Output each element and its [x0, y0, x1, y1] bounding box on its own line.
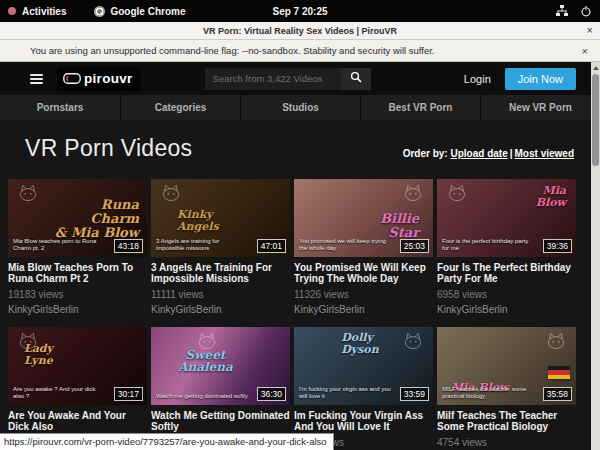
order-link-upload-date[interactable]: Upload date: [450, 148, 507, 159]
video-title[interactable]: Milf Teaches The Teacher Some Practical …: [437, 410, 576, 432]
scrollbar-thumb[interactable]: [592, 74, 599, 166]
clock[interactable]: Sep 7 20:25: [0, 6, 600, 17]
duration-badge: 30:17: [114, 387, 143, 401]
cat-mask-icon: [401, 184, 425, 206]
thumbnail-overlay-name: Dolly Dyson: [341, 332, 378, 356]
thumbnail-overlay-name: Mia Blow: [536, 185, 566, 209]
browser-viewport: pirouvr Login Join Now PornstarsCategori…: [0, 62, 600, 450]
thumbnail-caption: Are you awake ? And your dick also ?: [13, 386, 105, 400]
thumbnail-caption: MILF teaches the teacher some practical …: [442, 386, 534, 400]
duration-badge: 25:03: [400, 239, 429, 253]
video-card[interactable]: Billie Star You promised we will keep tr…: [294, 179, 433, 316]
order-link-most-viewed[interactable]: Most viewed: [515, 148, 574, 159]
video-studio[interactable]: KinkyGirlsBerlin: [8, 304, 147, 316]
vr-goggles-icon: [63, 70, 81, 88]
duration-badge: 47:01: [257, 239, 286, 253]
cat-mask-icon: [401, 332, 425, 354]
video-card[interactable]: Sweet Analena Watch me getting dominated…: [151, 327, 290, 450]
duration-badge: 35:58: [543, 387, 572, 401]
network-icon[interactable]: [556, 5, 568, 17]
scrollbar-up-icon[interactable]: [591, 62, 600, 73]
video-thumbnail[interactable]: Dolly Dyson I'm fucking your virgin ass …: [294, 327, 433, 405]
video-title[interactable]: 3 Angels Are Training For Impossible Mis…: [151, 262, 290, 284]
video-title[interactable]: Four Is The Perfect Birthday Party For M…: [437, 262, 576, 284]
site-logo-text: pirouvr: [84, 71, 133, 86]
status-url-text: https://pirouvr.com/vr-porn-video/779325…: [4, 436, 327, 447]
duration-badge: 39:36: [543, 239, 572, 253]
status-bar-url: https://pirouvr.com/vr-porn-video/779325…: [0, 433, 334, 450]
power-icon[interactable]: [580, 5, 592, 17]
video-card[interactable]: Mia Blow MILF teaches the teacher some p…: [437, 327, 576, 450]
chrome-infobar: You are using an unsupported command-lin…: [0, 40, 600, 62]
nav-item-new-vr-porn[interactable]: New VR Porn: [480, 95, 600, 120]
order-by: Order by: Upload date|Most viewed: [403, 148, 574, 162]
video-grid: Runa Charm & Mia Blow Mia Blow teaches p…: [8, 179, 576, 450]
video-title[interactable]: Are You Awake And Your Dick Also: [8, 410, 147, 432]
duration-badge: 33:59: [400, 387, 429, 401]
duration-badge: 43:18: [114, 239, 143, 253]
video-title[interactable]: Watch Me Getting Dominated Softly: [151, 410, 290, 432]
nav-item-best-vr-porn[interactable]: Best VR Porn: [360, 95, 480, 120]
site-logo[interactable]: pirouvr: [57, 67, 141, 91]
menu-icon[interactable]: [30, 74, 43, 84]
window-title: VR Porn: Virtual Reality Sex Videos | Pi…: [203, 26, 397, 36]
thumbnail-caption: Four is the perfect birthday party for m…: [442, 238, 534, 252]
german-flag: [548, 366, 570, 379]
video-thumbnail[interactable]: Lady Lyne Are you awake ? And your dick …: [8, 327, 147, 405]
video-thumbnail[interactable]: Kinky Angels 3 Angels are training for i…: [151, 179, 290, 257]
video-card[interactable]: Runa Charm & Mia Blow Mia Blow teaches p…: [8, 179, 147, 316]
video-thumbnail[interactable]: Mia Blow MILF teaches the teacher some p…: [437, 327, 576, 405]
thumbnail-overlay-name: Lady Lyne: [24, 343, 53, 367]
thumbnail-caption: 3 Angels are training for impossible mis…: [156, 238, 248, 252]
login-link[interactable]: Login: [464, 73, 491, 85]
search-icon: [350, 71, 362, 86]
video-title[interactable]: You Promised We Will Keep Trying The Who…: [294, 262, 433, 284]
video-studio[interactable]: KinkyGirlsBerlin: [151, 304, 290, 316]
cat-mask-icon: [159, 184, 183, 206]
infobar-message: You are using an unsupported command-lin…: [30, 45, 435, 56]
video-thumbnail[interactable]: Billie Star You promised we will keep tr…: [294, 179, 433, 257]
window-title-bar[interactable]: VR Porn: Virtual Reality Sex Videos | Pi…: [0, 22, 600, 40]
infobar-close-icon[interactable]: ×: [582, 45, 588, 57]
video-card[interactable]: Kinky Angels 3 Angels are training for i…: [151, 179, 290, 316]
video-card[interactable]: Dolly Dyson I'm fucking your virgin ass …: [294, 327, 433, 450]
window-close-icon[interactable]: ×: [587, 24, 593, 36]
video-views: 19183 views: [8, 289, 147, 300]
duration-badge: 36:30: [257, 387, 286, 401]
thumbnail-caption: Mia Blow teaches porn to Runa Charm pt. …: [13, 238, 105, 252]
search-button[interactable]: [341, 68, 371, 90]
order-separator: |: [508, 148, 515, 159]
main-nav: PornstarsCategoriesStudiosBest VR PornNe…: [0, 95, 600, 120]
video-studio[interactable]: KinkyGirlsBerlin: [437, 304, 576, 316]
nav-item-categories[interactable]: Categories: [120, 95, 240, 120]
video-studio[interactable]: KinkyGirlsBerlin: [294, 304, 433, 316]
video-thumbnail[interactable]: Runa Charm & Mia Blow Mia Blow teaches p…: [8, 179, 147, 257]
video-thumbnail[interactable]: Sweet Analena Watch me getting dominated…: [151, 327, 290, 405]
video-views: 11326 views: [294, 289, 433, 300]
order-by-label: Order by:: [403, 148, 448, 159]
video-views: 11111 views: [151, 289, 290, 300]
video-card[interactable]: Mia Blow Four is the perfect birthday pa…: [437, 179, 576, 316]
video-card[interactable]: Lady Lyne Are you awake ? And your dick …: [8, 327, 147, 450]
site-header: pirouvr Login Join Now: [0, 62, 600, 95]
video-title[interactable]: Im Fucking Your Virgin Ass And You Will …: [294, 410, 433, 432]
video-title[interactable]: Mia Blow Teaches Porn To Runa Charm Pt 2: [8, 262, 147, 284]
thumbnail-caption: You promised we will keep trying the who…: [299, 238, 391, 252]
nav-item-studios[interactable]: Studios: [240, 95, 360, 120]
thumbnail-caption: I'm fucking your virgin ass and you will…: [299, 386, 391, 400]
video-views: 4754 views: [437, 437, 576, 448]
screen: Activities Google Chrome Sep 7 20:25 VR …: [0, 0, 600, 450]
video-views: 6958 views: [437, 289, 576, 300]
gnome-top-bar: Activities Google Chrome Sep 7 20:25: [0, 0, 600, 22]
join-now-button[interactable]: Join Now: [505, 68, 576, 90]
search-input[interactable]: [205, 68, 341, 90]
cat-mask-icon: [544, 332, 568, 354]
thumbnail-overlay-name: Billie Star: [380, 212, 419, 240]
nav-item-pornstars[interactable]: Pornstars: [0, 95, 120, 120]
cat-mask-icon: [16, 184, 40, 206]
thumbnail-overlay-name: Kinky Angels: [177, 209, 219, 233]
video-thumbnail[interactable]: Mia Blow Four is the perfect birthday pa…: [437, 179, 576, 257]
vertical-scrollbar[interactable]: [591, 62, 600, 450]
thumbnail-overlay-name: Runa Charm & Mia Blow: [55, 198, 139, 240]
thumbnail-caption: Watch me getting dominated softly: [156, 393, 248, 400]
